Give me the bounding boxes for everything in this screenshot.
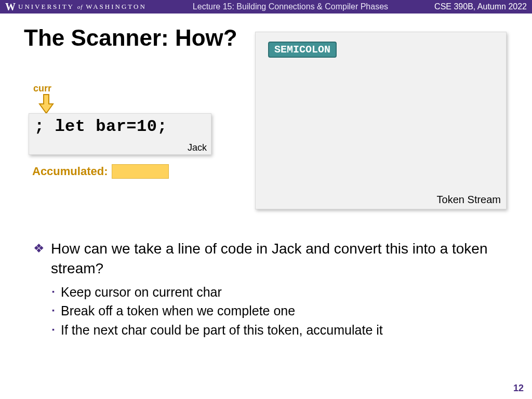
uw-logo-w: W: [5, 1, 15, 13]
down-arrow-icon: [38, 94, 54, 114]
curr-pointer-label: curr: [33, 83, 51, 94]
token-stream-panel: SEMICOLON Token Stream: [255, 32, 507, 209]
lecture-title: Lecture 15: Building Connections & Compi…: [193, 2, 388, 11]
token-semicolon-chip: SEMICOLON: [268, 42, 337, 58]
square-bullet-icon: ▪: [52, 322, 55, 338]
university-branding: W UNIVERSITY of WASHINGTON: [5, 1, 147, 13]
square-bullet-icon: ▪: [52, 302, 55, 318]
square-bullet-icon: ▪: [52, 284, 55, 300]
sub-bullet-row: ▪ Break off a token when we complete one: [52, 302, 496, 320]
token-stream-caption: Token Stream: [437, 194, 501, 206]
university-prefix: UNIVERSITY: [18, 3, 74, 10]
diamond-bullet-icon: ❖: [33, 239, 45, 258]
body-content: ❖ How can we take a line of code in Jack…: [33, 239, 496, 341]
sub-bullet-row: ▪ Keep cursor on current char: [52, 284, 496, 301]
university-of: of: [77, 4, 83, 10]
page-number: 12: [513, 383, 524, 394]
header-bar: W UNIVERSITY of WASHINGTON Lecture 15: B…: [0, 0, 532, 14]
code-line: ; let bar=10;: [34, 117, 206, 136]
sub-bullet-text: Keep cursor on current char: [61, 284, 222, 301]
university-name: UNIVERSITY of WASHINGTON: [18, 3, 147, 11]
slide-title: The Scanner: How?: [24, 25, 237, 51]
course-code: CSE 390B, Autumn 2022: [434, 2, 527, 11]
accumulated-value-box: [112, 164, 169, 179]
code-input-box: ; let bar=10; Jack: [29, 113, 211, 155]
main-bullet-row: ❖ How can we take a line of code in Jack…: [33, 239, 496, 278]
accumulated-label: Accumulated:: [32, 165, 108, 178]
sub-bullet-text: Break off a token when we complete one: [61, 302, 295, 320]
university-suffix: WASHINGTON: [86, 3, 146, 10]
code-language-caption: Jack: [188, 142, 207, 153]
sub-bullet-text: If the next char could be part of this t…: [61, 322, 383, 339]
main-bullet-text: How can we take a line of code in Jack a…: [51, 239, 496, 278]
sub-bullet-row: ▪ If the next char could be part of this…: [52, 322, 496, 339]
accumulated-row: Accumulated:: [32, 164, 169, 179]
sub-bullet-list: ▪ Keep cursor on current char ▪ Break of…: [52, 284, 496, 339]
